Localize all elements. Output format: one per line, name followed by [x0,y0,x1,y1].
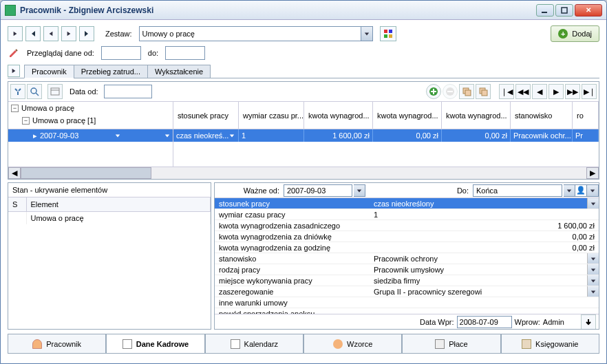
wazne-od-value[interactable]: 2007-09-03 [284,184,352,197]
horizontal-scrollbar[interactable]: ◀ ▶ [8,167,599,179]
minimize-button[interactable] [536,4,554,17]
grid-add-icon[interactable] [426,84,441,99]
nav-last-button[interactable] [79,26,94,41]
zestaw-value: Umowy o pracę [140,30,361,38]
scroll-thumb[interactable] [21,167,151,179]
do-label: do: [148,49,158,57]
nav-play-button[interactable] [8,26,23,41]
property-row[interactable]: zaszeregowanieGrupa II - pracownicy szer… [215,286,599,297]
nav-prev-icon[interactable]: ◀ [532,84,547,99]
maximize-button[interactable] [555,4,573,17]
config-icon-button[interactable] [380,26,396,41]
property-key: inne warunki umowy [215,297,370,308]
grid-copy-icon[interactable] [459,84,474,99]
tab-wyksztalcenie[interactable]: Wykształcenie [147,65,211,78]
scroll-right-icon[interactable]: ▶ [586,167,599,179]
property-row[interactable]: stanowiskoPracownik ochrony [215,253,599,264]
tree-root[interactable]: −Umowa o pracę [8,102,173,114]
property-value [370,308,599,314]
chevron-down-icon[interactable] [587,286,599,297]
scroll-left-icon[interactable]: ◀ [8,167,21,179]
data-od-input[interactable] [104,85,152,98]
state-row[interactable]: Umowa o pracę [8,212,211,225]
property-row[interactable]: kwota wynagrodzenia za godzinę0,00 zł [215,242,599,253]
data-row[interactable]: czas nieokreś... 1 1 600,00 zł 0,00 zł 0… [173,129,599,142]
close-button[interactable]: ✕ [575,4,602,17]
state-panel-title: Stan - ukrywanie elementów [8,183,211,197]
property-key: kwota wynagrodzenia zasadniczego [215,220,370,231]
tools-icon[interactable] [10,84,25,99]
nav-next-button[interactable] [61,26,76,41]
nav-first-button[interactable] [25,26,41,41]
tabstrip-go-button[interactable] [8,65,20,77]
tab-przebieg[interactable]: Przebieg zatrud... [74,65,148,78]
chevron-down-icon[interactable] [587,253,599,264]
maintab-wzorce[interactable]: Wzorce [304,334,402,354]
date-from-input[interactable] [101,46,141,60]
maintab-place[interactable]: Płace [402,334,500,354]
form-icon[interactable] [47,84,63,99]
zestaw-combo[interactable]: Umowy o pracę [139,26,373,41]
edit-icon[interactable] [8,47,20,59]
col-header[interactable]: wymiar czasu pr... [239,102,304,129]
tab-pracownik[interactable]: Pracownik [24,65,74,78]
property-value: 0,00 zł [370,242,599,253]
nav-prev-fast-icon[interactable]: ◀◀ [515,84,531,99]
svg-rect-7 [51,88,59,95]
tree-leaf[interactable]: ▸2007-09-03 [8,129,173,142]
nav-prev-button[interactable] [43,26,58,41]
maintab-kalendarz[interactable]: Kalendarz [205,334,304,354]
property-key: wymiar czasu pracy [215,209,370,220]
data-od-label: Data od: [70,87,98,96]
zestaw-label: Zestaw: [105,30,132,38]
search-icon[interactable] [27,84,42,99]
nav-last-icon[interactable]: ▶❘ [582,84,597,99]
property-row[interactable]: kwota wynagrodzenia zasadniczego1 600,00… [215,220,599,231]
col-header[interactable]: kwota wynagrod... [442,102,511,129]
col-header[interactable]: kwota wynagrod... [304,102,373,129]
person-icon[interactable]: 👤 [575,184,587,197]
add-button[interactable]: + Dodaj [551,25,599,42]
chevron-down-icon[interactable] [354,184,365,197]
property-row[interactable]: kwota wynagrodzenia za dniówkę0,00 zł [215,231,599,242]
maintab-pracownik[interactable]: Pracownik [8,334,106,354]
date-to-input[interactable] [165,46,205,60]
property-key: stosunek pracy [215,198,370,208]
chevron-down-icon[interactable] [587,275,599,286]
svg-rect-2 [384,30,387,33]
property-row[interactable]: powód sporządzenia aneksu [215,308,599,314]
chevron-down-icon[interactable] [361,27,372,41]
property-value: 1 [370,209,599,220]
chevron-down-icon[interactable] [564,184,575,197]
maintab-ksiegowanie[interactable]: Księgowanie [501,334,599,354]
col-header[interactable]: stosunek pracy [173,102,239,129]
col-header[interactable]: kwota wynagrod... [373,102,442,129]
chevron-down-icon[interactable] [587,198,599,208]
chevron-down-icon[interactable] [587,264,599,275]
svg-rect-5 [389,34,392,38]
nav-next-fast-icon[interactable]: ▶▶ [565,84,580,99]
property-row[interactable]: inne warunki umowy [215,297,599,308]
property-row[interactable]: miejsce wykonywania pracysiedziba firmy [215,275,599,286]
chevron-down-icon[interactable] [587,184,599,197]
grid-copy2-icon[interactable] [476,84,491,99]
property-row[interactable]: rodzaj pracyPracownik umysłowy [215,264,599,275]
nav-next-icon[interactable]: ▶ [549,84,564,99]
col-header[interactable]: ro [573,102,599,129]
maintab-dane-kadrowe[interactable]: Dane Kadrowe [106,334,204,354]
do-value[interactable]: Końca [473,184,562,197]
property-row[interactable]: stosunek pracyczas nieokreślony [215,198,599,209]
col-header[interactable]: stanowisko [511,102,573,129]
col-element[interactable]: Element [26,197,211,212]
nav-first-icon[interactable]: ❘◀ [499,84,514,99]
col-s[interactable]: S [8,197,26,212]
property-row[interactable]: wymiar czasu pracy1 [215,209,599,220]
svg-rect-1 [562,8,567,13]
tree-child[interactable]: −Umowa o pracę [1] [8,114,173,127]
down-arrow-button[interactable] [581,314,596,330]
property-value: czas nieokreślony [370,198,587,208]
property-key: rodzaj pracy [215,264,370,275]
data-wpr-input[interactable] [457,316,512,328]
grid-remove-icon[interactable] [443,84,458,99]
state-panel: Stan - ukrywanie elementów S Element Umo… [8,182,211,330]
